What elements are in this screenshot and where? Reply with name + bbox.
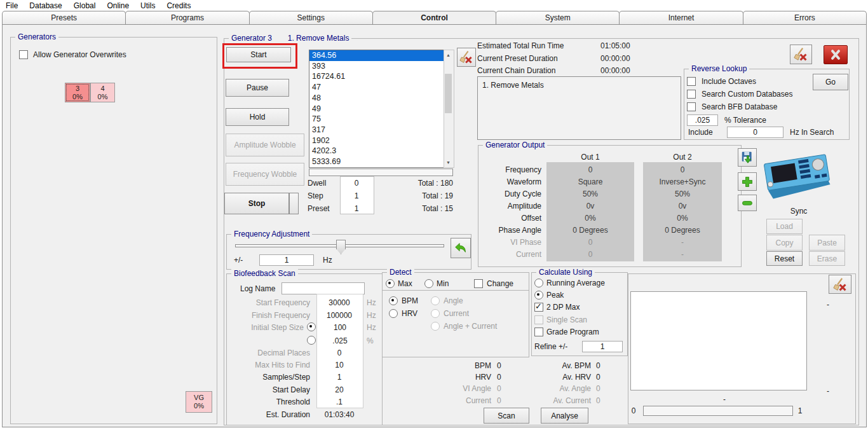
out2-duty-cycle: 50%	[643, 190, 722, 199]
copy-button[interactable]: Copy	[766, 235, 803, 251]
allow-generator-overwrites-label: Allow Generator Overwrites	[33, 50, 126, 59]
scroll-down-icon[interactable]: ▼	[444, 158, 452, 167]
go-button[interactable]: Go	[813, 74, 848, 90]
scrollbar-thumb[interactable]	[445, 74, 452, 113]
exit-button[interactable]	[824, 45, 848, 64]
finish-frequency-value[interactable]: 100000	[316, 311, 362, 320]
dp-max-checkbox[interactable]	[534, 303, 543, 312]
menu-item-credits[interactable]: Credits	[161, 0, 196, 11]
reset-button[interactable]: Reset	[766, 251, 803, 266]
detect-bpm-radio[interactable]	[389, 296, 398, 305]
frequency-list-scrollbar[interactable]: ▲ ▼	[444, 50, 454, 168]
detect-hrv-radio[interactable]	[389, 309, 398, 318]
results-listbox[interactable]	[630, 291, 807, 390]
chain-list[interactable]: 1. Remove Metals	[477, 76, 681, 140]
menu-item-file[interactable]: File	[0, 0, 24, 11]
frequency-list-item[interactable]: 4202.3	[309, 146, 444, 156]
menu-item-global[interactable]: Global	[68, 0, 102, 11]
tab-presets[interactable]: Presets	[2, 11, 126, 24]
detect-change-checkbox[interactable]	[474, 279, 483, 288]
frequency-list-item[interactable]: 16724.61	[309, 71, 444, 82]
hold-button[interactable]: Hold	[226, 108, 289, 126]
detect-min-radio[interactable]	[424, 279, 433, 288]
tab-system[interactable]: System	[496, 11, 620, 24]
erase-button[interactable]: Erase	[809, 251, 845, 266]
preset-value[interactable]: 1	[340, 204, 373, 213]
clear-results-button[interactable]	[829, 275, 851, 294]
frequency-list-item[interactable]: 1902	[309, 135, 444, 146]
include-octaves-checkbox[interactable]	[687, 77, 696, 86]
menu-item-online[interactable]: Online	[101, 0, 135, 11]
frequency-list-item[interactable]: 393	[309, 61, 444, 72]
menu-item-utils[interactable]: Utils	[135, 0, 161, 11]
frequency-list-item[interactable]: 49	[309, 104, 444, 114]
frequency-list-item[interactable]: 75	[309, 114, 444, 125]
analyse-button[interactable]: Analyse	[541, 408, 588, 424]
detect-max-radio[interactable]	[386, 279, 395, 288]
tab-control[interactable]: Control	[372, 11, 496, 24]
running-average-radio[interactable]	[534, 279, 543, 287]
detect-angle-current-radio[interactable]	[431, 322, 440, 331]
scan-button[interactable]: Scan	[484, 408, 529, 424]
scroll-up-icon[interactable]: ▲	[444, 50, 452, 60]
start-delay-value[interactable]: 20	[316, 385, 362, 394]
clear-log-button[interactable]	[790, 45, 812, 64]
max-hits-value[interactable]: 10	[316, 361, 362, 369]
single-scan-checkbox[interactable]	[534, 315, 543, 324]
frequency-list-item[interactable]: 317	[309, 125, 444, 135]
start-frequency-value[interactable]: 30000	[316, 298, 362, 307]
add-button[interactable]	[738, 172, 757, 191]
generators-title: Generators	[15, 32, 58, 41]
generator-4-button[interactable]: 4 0%	[90, 83, 115, 102]
frequency-list[interactable]: 364.56 393 16724.61 47 48 49 75 317 1902…	[309, 50, 445, 168]
load-button[interactable]: Load	[766, 219, 803, 234]
tolerance-field[interactable]: .025	[687, 114, 718, 126]
refine-value-field[interactable]: 1	[582, 341, 623, 352]
vg-button[interactable]: VG 0%	[186, 391, 212, 413]
tab-programs[interactable]: Programs	[125, 11, 249, 24]
samples-step-value[interactable]: 1	[316, 373, 362, 382]
detect-angle-radio[interactable]	[431, 296, 440, 305]
remove-button[interactable]	[738, 195, 757, 211]
av-current-label: Av. Current	[537, 396, 591, 405]
threshold-value[interactable]: .1	[316, 397, 362, 406]
sync-label: Sync	[785, 207, 813, 216]
max-hits-label: Max Hits to Find	[229, 361, 310, 369]
detect-current-radio[interactable]	[431, 309, 440, 318]
av-hrv-value: 0	[596, 373, 600, 382]
stop-button[interactable]: Stop	[224, 193, 289, 214]
pause-button[interactable]: Pause	[226, 79, 289, 97]
step-value[interactable]: 1	[340, 191, 373, 200]
step-size-percent-value[interactable]: .025	[318, 336, 362, 345]
amplitude-wobble-button[interactable]: Amplitude Wobble	[226, 134, 304, 156]
grade-program-checkbox[interactable]	[534, 328, 543, 336]
save-settings-button[interactable]	[738, 148, 757, 167]
menu-item-database[interactable]: Database	[24, 0, 67, 11]
log-name-field[interactable]	[281, 282, 365, 294]
tab-settings[interactable]: Settings	[249, 11, 373, 24]
clear-frequency-list-button[interactable]	[457, 48, 476, 67]
start-button[interactable]: Start	[226, 47, 291, 62]
chain-list-item[interactable]: 1. Remove Metals	[482, 81, 544, 90]
adjustment-value-field[interactable]: 1	[259, 254, 314, 266]
frequency-list-item[interactable]: 47	[309, 82, 444, 93]
paste-button[interactable]: Paste	[809, 235, 845, 251]
frequency-list-item[interactable]: 364.56	[309, 50, 444, 61]
allow-generator-overwrites-checkbox[interactable]	[19, 50, 28, 59]
dwell-value[interactable]: 0	[340, 179, 373, 188]
initial-step-size-value[interactable]: 100	[318, 323, 362, 332]
peak-radio[interactable]	[534, 291, 543, 300]
decimal-places-value[interactable]: 0	[316, 349, 362, 357]
frequency-adjustment-reset-button[interactable]	[451, 238, 471, 258]
include-hz-field[interactable]: 0	[727, 127, 783, 138]
generator-3-button[interactable]: 3 0%	[65, 83, 90, 102]
frequency-list-item[interactable]: 5333.69	[309, 156, 444, 167]
step-size-percent-radio[interactable]	[307, 336, 316, 345]
tab-errors[interactable]: Errors	[743, 11, 867, 24]
tab-internet[interactable]: Internet	[619, 11, 743, 24]
step-size-hz-radio[interactable]	[307, 322, 316, 331]
frequency-wobble-button[interactable]: Frequency Wobble	[226, 163, 304, 186]
frequency-list-item[interactable]: 48	[309, 93, 444, 104]
search-bfb-database-checkbox[interactable]	[687, 102, 696, 111]
search-custom-databases-checkbox[interactable]	[687, 90, 696, 99]
